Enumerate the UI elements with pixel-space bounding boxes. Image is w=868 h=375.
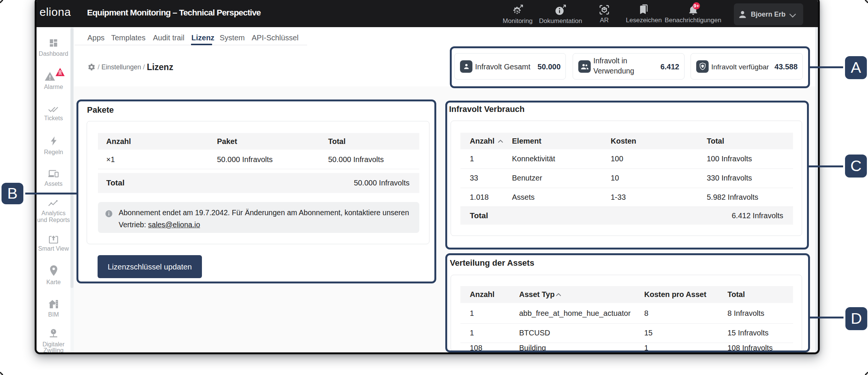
svg-text:9+: 9+ [694,3,699,9]
